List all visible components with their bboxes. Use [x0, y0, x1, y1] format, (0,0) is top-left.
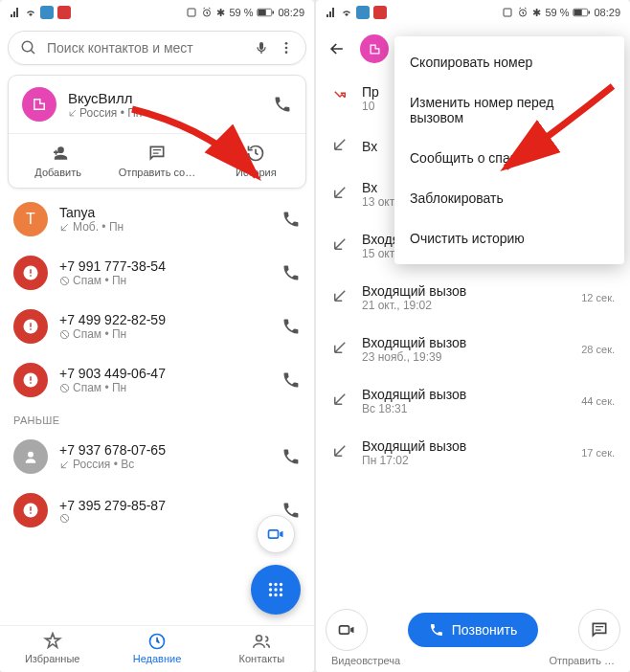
send-message-button[interactable] — [578, 609, 620, 651]
svg-point-28 — [280, 594, 282, 596]
svg-point-22 — [280, 583, 282, 586]
nfc-icon — [186, 7, 197, 18]
call-avatar — [13, 439, 48, 474]
context-menu: Скопировать номерИзменить номер перед вы… — [394, 36, 624, 264]
history-sub: 21 окт., 19:02 — [362, 299, 568, 312]
svg-point-30 — [257, 636, 262, 641]
call-icon[interactable] — [281, 370, 301, 390]
call-title: +7 903 449-06-47 — [59, 366, 270, 381]
call-button[interactable]: Позвонить — [408, 613, 538, 647]
battery-percent: 59 % — [229, 7, 253, 18]
search-bar[interactable] — [8, 31, 306, 65]
send-label: Отправить … — [549, 655, 615, 666]
missed-call-icon — [331, 88, 349, 109]
history-title: Входящий вызов — [362, 438, 568, 454]
contact-card: ВкусВилл Россия • Пн Добавить Отправить … — [8, 75, 306, 189]
more-icon[interactable] — [279, 40, 294, 56]
call-sub: Россия • Вс — [59, 458, 270, 471]
call-icon[interactable] — [281, 263, 301, 282]
nav-favorites[interactable]: Избранные — [0, 626, 104, 672]
svg-point-20 — [269, 583, 272, 586]
phone-left: ✱ 59 % 08:29 ВкусВилл Россия • Пн — [0, 0, 314, 672]
card-actions: Добавить Отправить со… История — [9, 133, 305, 188]
video-label: Видеовстреча — [331, 655, 400, 666]
call-icon[interactable] — [281, 447, 301, 466]
svg-rect-3 — [259, 10, 266, 15]
message-button[interactable]: Отправить со… — [107, 134, 206, 188]
history-title: Входящий вызов — [362, 283, 568, 299]
contact-sub: Россия • Пн — [68, 106, 261, 120]
search-input[interactable] — [47, 40, 244, 56]
call-avatar — [13, 493, 48, 527]
history-item[interactable]: Входящий вызов 21 окт., 19:02 12 сек. — [316, 272, 630, 324]
svg-point-25 — [280, 588, 282, 591]
history-item[interactable]: Входящий вызов 23 нояб., 19:39 28 сек. — [316, 324, 630, 375]
call-avatar — [13, 309, 48, 344]
app-icon — [373, 6, 387, 19]
call-item[interactable]: +7 937 678-07-65 Россия • Вс — [0, 430, 314, 483]
call-icon[interactable] — [281, 210, 301, 229]
history-duration: 28 сек. — [581, 344, 615, 355]
history-sub: Вс 18:31 — [362, 402, 568, 415]
search-icon — [20, 39, 37, 56]
menu-item[interactable]: Изменить номер перед вызовом — [394, 82, 624, 138]
menu-item[interactable]: Скопировать номер — [394, 42, 624, 82]
call-title: Tanya — [59, 205, 270, 220]
history-button[interactable]: История — [207, 134, 305, 188]
menu-item[interactable]: Сообщить о спаме — [394, 138, 624, 178]
svg-point-23 — [269, 588, 272, 591]
outgoing-arrow-icon — [68, 108, 78, 118]
menu-item[interactable]: Заблокировать — [394, 178, 624, 218]
call-avatar: T — [13, 202, 48, 236]
nav-contacts[interactable]: Контакты — [210, 626, 314, 672]
svg-rect-6 — [259, 42, 263, 50]
incoming-call-icon — [331, 184, 349, 205]
app-icon — [57, 6, 71, 19]
video-call-button[interactable] — [326, 609, 368, 651]
call-item[interactable]: T Tanya Моб. • Пн — [0, 192, 314, 246]
call-avatar — [13, 256, 48, 290]
battery-percent: 59 % — [545, 7, 569, 18]
svg-point-9 — [285, 51, 288, 54]
status-left — [10, 6, 71, 19]
mic-icon[interactable] — [254, 40, 269, 56]
incoming-call-icon — [331, 339, 349, 360]
status-time: 08:29 — [278, 7, 304, 18]
call-sub: Спам • Пн — [59, 381, 270, 394]
dialpad-fab[interactable] — [251, 565, 301, 615]
history-sub: 23 нояб., 19:39 — [362, 350, 568, 364]
call-item[interactable]: +7 991 777-38-54 Спам • Пн — [0, 246, 314, 300]
history-duration: 17 сек. — [581, 447, 615, 459]
phone-right: ✱ 59 % 08:29 Пр 10 Вх — [316, 0, 630, 672]
battery-icon — [573, 8, 590, 17]
svg-rect-0 — [188, 9, 195, 16]
contact-avatar — [22, 87, 56, 122]
call-icon[interactable] — [273, 95, 292, 114]
svg-point-21 — [274, 583, 277, 586]
call-title: +7 991 777-38-54 — [59, 258, 270, 274]
call-icon[interactable] — [281, 317, 301, 336]
svg-point-7 — [285, 42, 288, 45]
alarm-icon — [201, 7, 213, 18]
card-top[interactable]: ВкусВилл Россия • Пн — [9, 76, 305, 133]
telegram-icon — [40, 6, 54, 19]
call-item[interactable]: +7 903 449-06-47 Спам • Пн — [0, 353, 314, 407]
nav-recent[interactable]: Недавние — [104, 626, 209, 672]
add-contact-button[interactable]: Добавить — [9, 134, 107, 188]
call-sub: Спам • Пн — [59, 327, 270, 341]
menu-item[interactable]: Очистить историю — [394, 218, 624, 258]
svg-point-26 — [269, 594, 272, 596]
call-item[interactable]: +7 499 922-82-59 Спам • Пн — [0, 300, 314, 353]
history-item[interactable]: Входящий вызов Пн 17:02 17 сек. — [316, 427, 630, 479]
battery-icon — [257, 8, 274, 17]
bluetooth-icon: ✱ — [216, 7, 225, 19]
back-icon[interactable] — [327, 39, 347, 58]
action-bar: Позвонить Видеовстреча Отправить … — [316, 601, 630, 672]
svg-rect-34 — [574, 10, 582, 15]
history-sub: Пн 17:02 — [362, 454, 568, 467]
history-item[interactable]: Входящий вызов Вс 18:31 44 сек. — [316, 375, 630, 427]
wifi-icon — [25, 7, 36, 18]
video-fab[interactable] — [257, 515, 295, 553]
incoming-call-icon — [331, 287, 349, 308]
history-title: Входящий вызов — [362, 387, 568, 402]
